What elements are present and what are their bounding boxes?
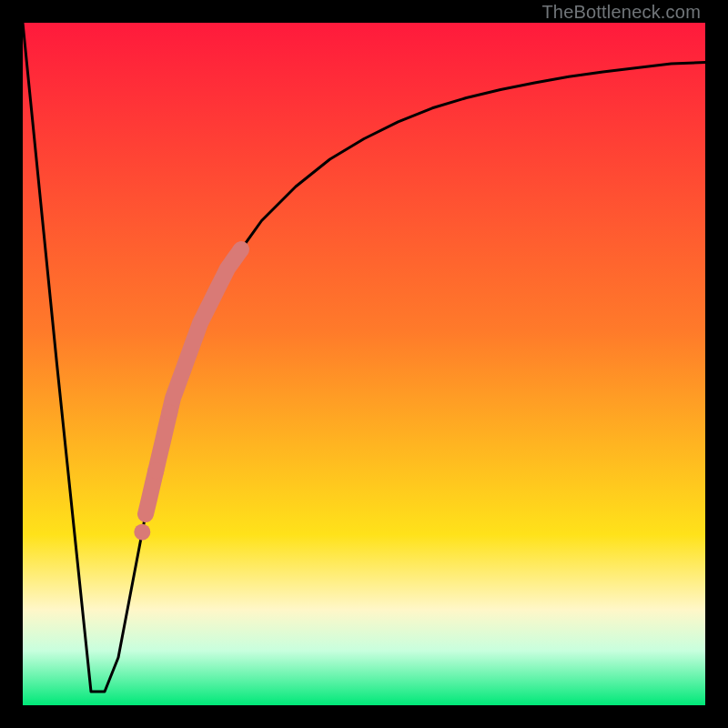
plot-area <box>23 23 705 705</box>
highlight-marker <box>134 524 150 541</box>
bottleneck-curve <box>23 23 705 692</box>
highlight-marker <box>147 462 164 479</box>
chart-frame: TheBottleneck.com <box>0 0 728 728</box>
highlight-marker <box>161 404 177 420</box>
watermark-text: TheBottleneck.com <box>541 2 701 23</box>
curve-layer <box>23 23 705 705</box>
